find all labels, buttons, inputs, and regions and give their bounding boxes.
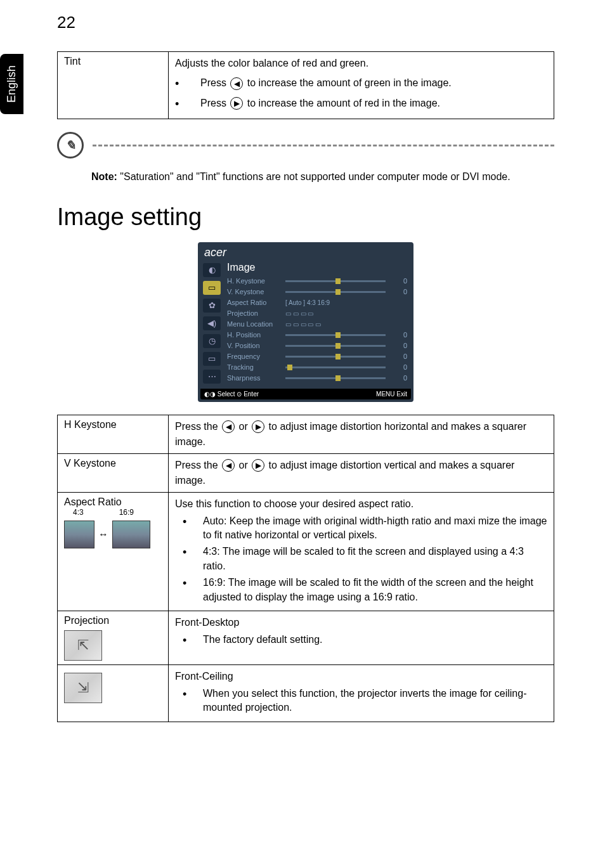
aspect-desc: Use this function to choose your desired… — [175, 496, 547, 512]
note-icon: ✎ — [57, 132, 84, 159]
aspect-bullet-16-9: 16:9: The image will be scaled to fit th… — [175, 576, 547, 604]
osd-tab-timer-icon: ◷ — [203, 334, 221, 348]
osd-tab-extra-icon: ⋯ — [203, 370, 221, 384]
ratio-16-9: 16:9 — [119, 508, 134, 517]
note-block: ✎ — [57, 132, 554, 159]
osd-tab-management-icon: ✿ — [203, 299, 221, 313]
front-desktop-title: Front-Desktop — [175, 615, 547, 630]
left-arrow-icon: ◀ — [222, 420, 235, 433]
osd-title: Image — [227, 262, 407, 273]
right-arrow-icon: ▶ — [252, 420, 264, 433]
front-ceiling-title: Front-Ceiling — [175, 669, 547, 684]
v-keystone-desc: Press the ◀ or ▶ to adjust image distort… — [169, 453, 554, 492]
ratio-4-3: 4:3 — [73, 508, 84, 517]
osd-footer-right: MENU Exit — [376, 391, 407, 398]
osd-tab-image-icon: ▭ — [203, 281, 221, 295]
left-arrow-icon: ◀ — [230, 77, 243, 90]
projection-front-ceiling-icon: ⇲ — [64, 673, 102, 703]
aspect-thumb-16-9 — [112, 521, 150, 548]
tint-label: Tint — [64, 56, 81, 67]
v-keystone-label: V Keystone — [64, 458, 116, 469]
h-keystone-label: H Keystone — [64, 419, 117, 430]
section-title: Image setting — [57, 204, 554, 231]
osd-brand: acer — [200, 245, 411, 261]
front-ceiling-bullet: When you select this function, the proje… — [175, 687, 547, 715]
tint-bullet-red: Press ▶ to increase the amount of red in… — [175, 95, 547, 112]
osd-tab-audio-icon: ◀) — [203, 316, 221, 330]
tint-table: Tint Adjusts the color balance of red an… — [57, 51, 554, 119]
aspect-thumb-4-3 — [64, 521, 94, 548]
right-arrow-icon: ▶ — [252, 459, 264, 472]
left-arrow-icon: ◀ — [222, 459, 235, 472]
osd-screenshot: acer ◐ ▭ ✿ ◀) ◷ ▭ ⋯ Image H. Keystone0 V… — [198, 242, 413, 402]
osd-tab-color-icon: ◐ — [203, 263, 221, 277]
dashed-divider — [93, 145, 554, 146]
aspect-bullet-4-3: 4:3: The image will be scaled to fit the… — [175, 545, 547, 573]
tint-bullet-green: Press ◀ to increase the amount of green … — [175, 75, 547, 91]
aspect-bullet-auto: Auto: Keep the image with original width… — [175, 514, 547, 543]
language-side-tab: English — [0, 54, 23, 114]
h-keystone-desc: Press the ◀ or ▶ to adjust image distort… — [169, 415, 554, 453]
aspect-ratio-label: Aspect Ratio — [64, 496, 122, 507]
image-settings-table: H Keystone Press the ◀ or ▶ to adjust im… — [57, 415, 554, 722]
osd-footer-left: ◐◑ Select ⊙ Enter — [204, 391, 259, 398]
note-text: Note: "Saturation" and "Tint" functions … — [91, 170, 554, 184]
projection-label: Projection — [64, 615, 109, 626]
page-number: 22 — [57, 13, 554, 32]
projection-front-desktop-icon: ⇱ — [64, 630, 102, 661]
front-desktop-bullet: The factory default setting. — [175, 633, 547, 647]
osd-tab-language-icon: ▭ — [203, 352, 221, 366]
right-arrow-icon: ▶ — [230, 97, 243, 110]
swap-arrows-icon: ↔ — [98, 529, 108, 540]
tint-description: Adjusts the color balance of red and gre… — [175, 56, 547, 71]
